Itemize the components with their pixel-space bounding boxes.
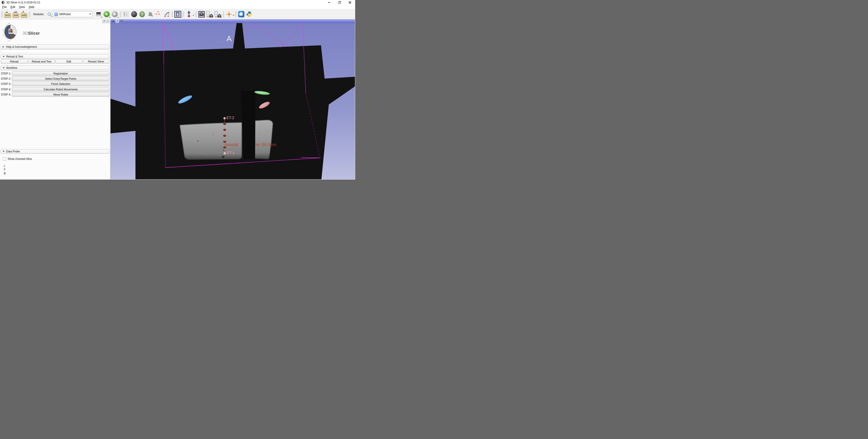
red-asterisks-icon: * * * bbox=[155, 11, 162, 18]
module-search-icon[interactable] bbox=[48, 12, 51, 16]
calculate-robot-movements-button[interactable]: Calculate Robot Movements bbox=[12, 87, 110, 91]
fiducial-et1-point[interactable] bbox=[223, 152, 226, 155]
fiducial-et1-label: ET-1 bbox=[227, 151, 235, 155]
step-label: STEP 4: bbox=[1, 88, 12, 91]
section-title: Help & Acknowledgement bbox=[6, 45, 37, 49]
toolbar-grip[interactable] bbox=[29, 11, 30, 18]
models-button[interactable] bbox=[147, 10, 154, 19]
pin-icon[interactable] bbox=[112, 20, 115, 23]
menu-edit[interactable]: Edit bbox=[9, 5, 17, 9]
reload-and-test-button[interactable]: Reload and Test bbox=[28, 59, 55, 64]
menu-bar: File Edit View Help bbox=[0, 5, 355, 9]
ruler-tick-disk bbox=[223, 129, 226, 131]
scene-views-icon bbox=[215, 11, 221, 18]
axis-label-b: B bbox=[4, 172, 6, 175]
folder-dicom-icon: ▲▲ DCM bbox=[13, 13, 19, 18]
ruler-tick-disk bbox=[223, 123, 226, 125]
menu-view[interactable]: View bbox=[18, 5, 27, 9]
up-arrow-icon: ▲ bbox=[6, 10, 7, 13]
step-label: STEP 3: bbox=[1, 83, 12, 86]
crosshair-icon bbox=[226, 11, 232, 17]
view-spin-icon[interactable] bbox=[120, 20, 123, 23]
toolbar-grip[interactable] bbox=[235, 11, 237, 18]
dicom-button[interactable]: ▲▲ DCM bbox=[12, 10, 20, 19]
edit-button[interactable]: Edit bbox=[56, 59, 82, 64]
load-data-button[interactable]: ▲ DATA bbox=[4, 10, 11, 19]
registration-button[interactable]: Registration bbox=[12, 71, 110, 75]
restore-icon bbox=[338, 1, 341, 4]
python-console-button[interactable] bbox=[246, 10, 253, 19]
menu-file[interactable]: File bbox=[1, 5, 8, 9]
toolbar-grip[interactable] bbox=[195, 11, 197, 18]
fiducial-pin-icon bbox=[187, 11, 191, 18]
undock-panel-button[interactable] bbox=[102, 20, 105, 23]
step-label: STEP 2: bbox=[1, 77, 12, 81]
transforms-button[interactable]: * * * bbox=[155, 10, 162, 19]
menu-help[interactable]: Help bbox=[27, 5, 36, 9]
save-button[interactable]: ▼ SAVE bbox=[20, 10, 28, 19]
module-back-button[interactable] bbox=[103, 10, 111, 19]
minimize-icon bbox=[328, 2, 330, 3]
expanded-arrow-icon bbox=[3, 67, 4, 69]
select-entry-target-button[interactable]: Select Entry/Target Points bbox=[12, 76, 110, 81]
module-history-button[interactable] bbox=[95, 10, 102, 19]
layout-icon bbox=[175, 11, 181, 18]
down-arrow-icon: ▼ bbox=[22, 10, 24, 13]
ruler-annotation bbox=[223, 118, 226, 153]
dark-sphere-icon bbox=[131, 11, 137, 17]
extensions-manager-button[interactable] bbox=[238, 10, 245, 19]
modules-label: Modules: bbox=[33, 13, 44, 16]
reload-button[interactable]: Reload bbox=[1, 59, 28, 64]
section-title: Reload & Test bbox=[6, 55, 23, 58]
chevron-down-icon bbox=[109, 17, 111, 18]
ruler-text-right: ler :59.3mm bbox=[255, 143, 276, 147]
restore-scene-view-button[interactable] bbox=[214, 10, 222, 19]
module-list-button[interactable] bbox=[122, 10, 130, 19]
screenshot-button[interactable] bbox=[198, 10, 206, 19]
history-swatch-icon bbox=[96, 12, 101, 16]
scene-view-button[interactable] bbox=[206, 10, 214, 19]
toolbar-grip[interactable] bbox=[172, 11, 173, 18]
orientation-label-anterior: A bbox=[226, 34, 232, 43]
maximize-button[interactable] bbox=[334, 0, 345, 5]
show-zoomed-slice-checkbox[interactable] bbox=[3, 157, 6, 160]
toolbar-grip[interactable] bbox=[120, 11, 121, 18]
close-icon bbox=[349, 1, 351, 4]
restart-slicer-button[interactable]: Restart Slicer bbox=[83, 59, 110, 64]
module-selector[interactable]: MRRobot bbox=[53, 11, 93, 17]
layout-selector-button[interactable] bbox=[174, 10, 182, 19]
back-arrow-icon bbox=[103, 11, 110, 17]
chevron-down-icon bbox=[101, 17, 102, 18]
annotations-button[interactable] bbox=[163, 10, 170, 19]
pen-icon bbox=[164, 11, 170, 17]
toolbar-grip[interactable] bbox=[183, 11, 184, 18]
volume-rendering-button[interactable] bbox=[130, 10, 138, 19]
app-icon bbox=[1, 1, 5, 4]
3d-scene[interactable]: ET-2 ET-1 Annotat ler :59.3mm A bbox=[111, 23, 355, 179]
toolbar-grip[interactable] bbox=[223, 11, 224, 18]
section-reload-test[interactable]: Reload & Test bbox=[1, 54, 110, 59]
module-selector-value: MRRobot bbox=[59, 13, 89, 16]
section-data-probe[interactable]: Data Probe bbox=[1, 149, 110, 154]
step-label: STEP 4: bbox=[1, 93, 12, 96]
module-forward-button[interactable] bbox=[111, 10, 119, 19]
segmentation-button[interactable] bbox=[138, 10, 146, 19]
fiducial-et2-point[interactable] bbox=[223, 117, 226, 120]
finish-selection-button[interactable]: Finish Selection bbox=[12, 82, 110, 86]
camera-icon bbox=[198, 11, 205, 18]
move-robot-button[interactable]: Move Robot bbox=[12, 92, 110, 97]
section-help-acknowledgement[interactable]: Help & Acknowledgement bbox=[1, 44, 110, 49]
toolbar-grip[interactable] bbox=[1, 11, 3, 18]
close-button[interactable] bbox=[345, 0, 355, 5]
view-controller-bar[interactable]: 1 bbox=[111, 19, 355, 23]
chevron-down-icon bbox=[193, 15, 194, 16]
section-workflow[interactable]: Workflow bbox=[1, 66, 110, 70]
axis-label-f: F bbox=[4, 168, 5, 171]
collapsed-arrow-icon bbox=[3, 46, 4, 48]
module-panel: 3DSlicer Help & Acknowledgement Reload &… bbox=[0, 19, 111, 180]
place-fiducial-button[interactable] bbox=[185, 10, 193, 19]
module-list-icon bbox=[123, 11, 129, 17]
crosshair-button[interactable] bbox=[225, 10, 233, 19]
close-panel-button[interactable] bbox=[106, 20, 110, 23]
minimize-button[interactable] bbox=[324, 0, 334, 5]
